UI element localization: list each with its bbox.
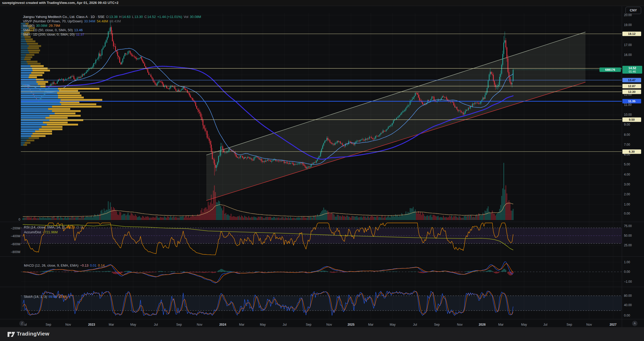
legend-segment: 0.01 [90,263,98,267]
accdist-legend-row[interactable]: Accum/Dist −721.96M [24,230,58,234]
legend-segment: 30.08M [36,24,48,28]
sma50-legend-row[interactable]: SMA · 1D (50, close, 0, SMA, 50) 13.46 [23,28,83,32]
macd-legend-row[interactable]: MACD (12, 26, close, 9, EMA, EMA) −0.13 … [24,263,105,267]
legend-segment: 55.23 [66,225,76,229]
symbol-legend-row[interactable]: Jiangsu Yahong Meditech Co., Ltd. Class … [23,15,202,19]
footer-bar: TradingView [0,327,644,341]
legend-segment: 14.52 [147,15,156,19]
symbol-code-tag: 688176 [600,68,621,72]
time-axis-label: Mar [109,323,114,326]
time-axis-label: Nov [197,323,202,326]
time-axis-label: Jul [413,323,417,326]
price-axis-label: 10.00 [624,113,632,117]
auto-scale-button[interactable]: A [632,321,637,326]
price-axis-label: 11.00 [624,103,632,107]
price-axis-label: 8.00 [624,133,630,137]
time-axis-label: Jul [543,323,547,326]
legend-segment: 32.66 [59,295,67,299]
watermark-text: savepiginvest created with TradingView.c… [2,1,118,5]
countdown-timer: 01:46 [622,70,642,73]
time-axis-label: Sep [46,323,51,326]
left-axis-label: −400M [1,234,20,238]
price-axis-label: 19.00 [624,23,632,27]
legend-segment: 13.30 [135,15,143,19]
price-axis-label: 9.00 [624,123,630,126]
legend-segment: VRVP (Number Of Rows, 70, Up/Down) [23,19,84,23]
legend-segment: 11.37 [76,33,84,36]
time-axis-label: Jul [283,323,286,326]
legend-segment: MACD (12, 26, close, 9, EMA, EMA) [24,263,79,267]
price-axis-label: 2.00 [624,192,630,196]
time-axis-label: Jul [154,323,158,326]
time-axis-label: 2024 [219,323,226,326]
time-axis-label: May [260,323,266,326]
price-axis-label: 7.00 [624,143,630,146]
legend-segment: SMA · 1D (50, close, 0, SMA, 50) [23,28,74,32]
price-level-tag: 6.30 [622,150,641,154]
stoch-legend-row[interactable]: Stoch (14, 1, 3) 59.46 32.66 [24,295,67,299]
rsi-legend-row[interactable]: RSI (14, close, SMA, 14, 2) 55.23 ∅ ∅ [24,225,84,229]
macd-axis-label: 1.00 [624,260,630,264]
stoch-axis-label: 40.00 [624,303,632,307]
legend-segment: Vol (20) [23,24,35,28]
legend-segment: O [105,15,109,19]
legend-segment: ∅ ∅ [76,225,83,229]
time-axis-label: Nov [326,323,332,326]
sma200-legend-row[interactable]: SMA · 1D (200, close, 0, SMA, 20) 11.37 [23,33,85,36]
time-axis-label: Sep [434,323,439,326]
time-axis-label: 2023 [88,323,95,326]
time-axis-label: Nov [586,323,592,326]
legend-segment: 13.46 [74,28,83,32]
time-axis-label: Sep [566,323,572,326]
time-axis-label: Mar [498,323,504,326]
legend-segment: L [131,15,134,19]
legend-segment: 59.46 [49,295,58,299]
time-axis-label: May [130,323,136,326]
left-axis-label: −600M [1,242,20,246]
price-axis-label: 17.00 [624,43,632,47]
legend-segment: −0.13 [80,263,90,267]
time-axis-label: 2025 [348,323,355,326]
legend-segment: 29.79M [49,24,60,28]
tradingview-brand-text[interactable]: TradingView [17,331,49,337]
price-axis-label: 1.00 [624,203,630,206]
legend-segment: 88.43M [110,19,121,23]
legend-segment: H [118,15,122,19]
rsi-axis-label: 25.00 [624,243,632,247]
time-axis-label: Mar [368,323,374,326]
macd-axis-label: −1.00 [624,280,632,284]
legend-segment: Vol [183,15,189,19]
price-level-tag: 12.87 [622,84,641,88]
price-axis-label: 3.00 [624,183,630,186]
time-axis-label: Mar [239,323,245,326]
time-axis-label: Nov [65,323,71,326]
vrvp-legend-row[interactable]: VRVP (Number Of Rows, 70, Up/Down) 33.94… [23,19,121,23]
legend-segment: 54.48M [97,19,109,23]
legend-segment: 30.08M [190,15,201,19]
price-axis-label: 4.00 [624,173,630,176]
current-price-value: 14.52 [622,66,642,70]
chart-area[interactable]: Jiangsu Yahong Meditech Co., Ltd. Class … [0,6,644,327]
legend-segment: SMA · 1D (200, close, 0, SMA, 20) [23,33,75,36]
rsi-axis-label: 50.00 [624,234,632,237]
price-axis-label: 5.00 [624,163,630,166]
price-level-tag: 9.50 [622,118,641,122]
time-axis-label: May [521,323,527,326]
legend-segment: 0.14 [98,263,105,267]
stoch-axis-label: 80.00 [624,294,632,298]
legend-segment: 33.94M [84,19,96,23]
time-axis-label: 2027 [610,323,617,326]
main-chart-svg[interactable] [0,6,644,327]
legend-segment: +1.44 (+11.01%) [156,15,182,19]
currency-button[interactable]: CNY [626,7,641,14]
tradingview-logo-icon[interactable] [7,331,16,338]
legend-segment: 13.38 [109,15,118,19]
timezone-button[interactable]: Z [19,321,25,326]
time-axis-label: Sep [306,323,311,326]
time-axis-label: May [390,323,396,326]
price-axis-label: 0.00 [624,212,630,215]
left-axis-label: −800M [1,250,20,254]
legend-segment: RSI (14, close, SMA, 14, 2) [24,225,66,229]
volume-legend-row[interactable]: Vol (20) 30.08M 29.79M [23,24,61,28]
price-axis-label: 20.00 [624,13,632,17]
